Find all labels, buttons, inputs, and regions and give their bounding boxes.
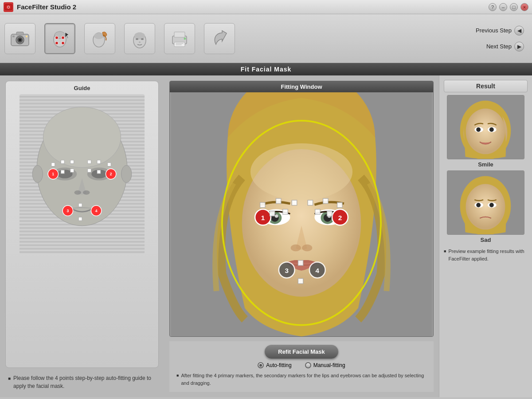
svg-point-12 xyxy=(55,36,59,39)
svg-rect-57 xyxy=(78,203,82,207)
svg-point-67 xyxy=(250,143,352,200)
svg-rect-25 xyxy=(174,32,185,37)
guide-panel: Guide xyxy=(0,75,164,397)
svg-rect-45 xyxy=(70,160,74,164)
svg-point-113 xyxy=(489,203,494,207)
toolbar-tools xyxy=(4,23,472,54)
svg-rect-54 xyxy=(70,169,74,172)
prev-step-button[interactable]: Previous Step ◀ xyxy=(472,24,528,37)
svg-point-29 xyxy=(184,37,186,40)
fitting-title: Fitting Window xyxy=(170,81,433,92)
manual-fitting-option[interactable]: Manual-fitting xyxy=(305,362,345,368)
svg-point-9 xyxy=(26,36,27,37)
svg-text:2: 2 xyxy=(110,172,112,176)
svg-point-22 xyxy=(141,38,144,40)
svg-point-102 xyxy=(466,108,505,154)
result-panel: Result xyxy=(439,75,532,397)
svg-point-13 xyxy=(62,36,65,39)
main-content: Guide xyxy=(0,75,532,397)
auto-fitting-radio[interactable] xyxy=(258,362,264,368)
fitting-box: Fitting Window xyxy=(169,81,434,337)
app-version: 2 xyxy=(73,3,76,11)
tool-printer[interactable] xyxy=(164,23,195,54)
result-description-text: Preview example fitting results with Fac… xyxy=(448,248,528,262)
toolbar: Previous Step ◀ Next Step ▶ xyxy=(0,14,532,63)
minimize-button[interactable]: – xyxy=(499,3,507,11)
svg-point-34 xyxy=(43,107,121,167)
svg-rect-98 xyxy=(298,279,303,284)
toolbar-nav: Previous Step ◀ Next Step ▶ xyxy=(472,24,528,53)
svg-point-109 xyxy=(466,184,505,229)
help-button[interactable]: ? xyxy=(489,3,497,11)
svg-rect-81 xyxy=(292,200,297,205)
result-label-sad: Sad xyxy=(481,237,491,243)
result-photo-sad xyxy=(447,170,524,235)
fitting-note: After fitting the 4 primary markers, the… xyxy=(173,372,430,388)
svg-text:4: 4 xyxy=(316,267,320,274)
svg-point-104 xyxy=(476,127,481,132)
svg-text:3: 3 xyxy=(285,267,289,274)
svg-rect-8 xyxy=(12,36,15,37)
next-arrow-icon: ▶ xyxy=(514,42,524,51)
title-bar-left: FaceFilter Studio 2 xyxy=(4,2,76,12)
manual-fitting-radio[interactable] xyxy=(305,362,311,368)
svg-rect-43 xyxy=(51,163,55,166)
refit-button[interactable]: Refit Facial Mask xyxy=(265,345,338,359)
section-title-text: Fit Facial Mask xyxy=(241,66,292,73)
svg-text:3: 3 xyxy=(66,209,69,213)
svg-rect-92 xyxy=(327,211,332,216)
svg-point-106 xyxy=(489,127,494,132)
svg-point-111 xyxy=(476,203,481,207)
title-bar-controls: ? – □ × xyxy=(489,3,528,11)
svg-rect-62 xyxy=(78,217,82,221)
svg-rect-80 xyxy=(276,198,281,204)
next-step-button[interactable]: Next Step ▶ xyxy=(483,40,528,53)
auto-fitting-label: Auto-fitting xyxy=(266,362,291,368)
svg-text:1: 1 xyxy=(52,172,54,176)
fitting-note-text: After fitting the 4 primary markers, the… xyxy=(181,372,426,387)
svg-rect-28 xyxy=(176,44,182,45)
svg-rect-44 xyxy=(61,160,64,164)
prev-step-label: Previous Step xyxy=(476,27,512,34)
tool-face-points[interactable] xyxy=(44,23,75,54)
svg-rect-93 xyxy=(298,261,303,266)
svg-point-77 xyxy=(302,245,312,251)
svg-rect-55 xyxy=(88,169,91,172)
fitting-image-area[interactable]: 1 2 3 4 xyxy=(170,92,433,336)
app-title: FaceFilter Studio 2 xyxy=(17,3,76,11)
svg-point-23 xyxy=(139,41,141,43)
fitting-controls: Refit Facial Mask Auto-fitting Manual-fi… xyxy=(169,341,434,392)
section-title: Fit Facial Mask xyxy=(0,63,532,75)
svg-rect-53 xyxy=(61,170,64,174)
title-bar: FaceFilter Studio 2 ? – □ × xyxy=(0,0,532,14)
tool-camera[interactable] xyxy=(4,23,35,54)
app-icon xyxy=(4,2,13,12)
guide-title: Guide xyxy=(74,85,90,91)
svg-rect-27 xyxy=(176,43,184,44)
svg-text:1: 1 xyxy=(261,214,265,221)
svg-point-18 xyxy=(94,33,104,39)
svg-point-41 xyxy=(74,190,81,195)
tool-face-3d[interactable] xyxy=(124,23,155,54)
close-button[interactable]: × xyxy=(520,3,528,11)
svg-point-2 xyxy=(8,6,9,8)
svg-rect-84 xyxy=(337,202,343,208)
svg-point-14 xyxy=(55,41,59,44)
fitting-options: Auto-fitting Manual-fitting xyxy=(258,362,345,368)
result-item-smile: Smile xyxy=(444,95,528,168)
svg-point-20 xyxy=(134,32,145,40)
tool-face-paint[interactable] xyxy=(84,23,115,54)
auto-fitting-option[interactable]: Auto-fitting xyxy=(258,362,291,368)
svg-rect-89 xyxy=(270,211,275,216)
maximize-button[interactable]: □ xyxy=(510,3,518,11)
tool-share[interactable] xyxy=(204,23,235,54)
result-title: Result xyxy=(444,80,528,92)
result-description: Preview example fitting results with Fac… xyxy=(444,248,528,262)
svg-point-71 xyxy=(275,214,278,218)
svg-rect-91 xyxy=(315,209,321,214)
svg-point-76 xyxy=(291,245,301,251)
guide-face-container: 1 2 3 4 xyxy=(18,94,146,254)
fitting-panel: Fitting Window xyxy=(164,75,439,397)
svg-text:2: 2 xyxy=(338,214,342,221)
prev-arrow-icon: ◀ xyxy=(514,26,524,36)
